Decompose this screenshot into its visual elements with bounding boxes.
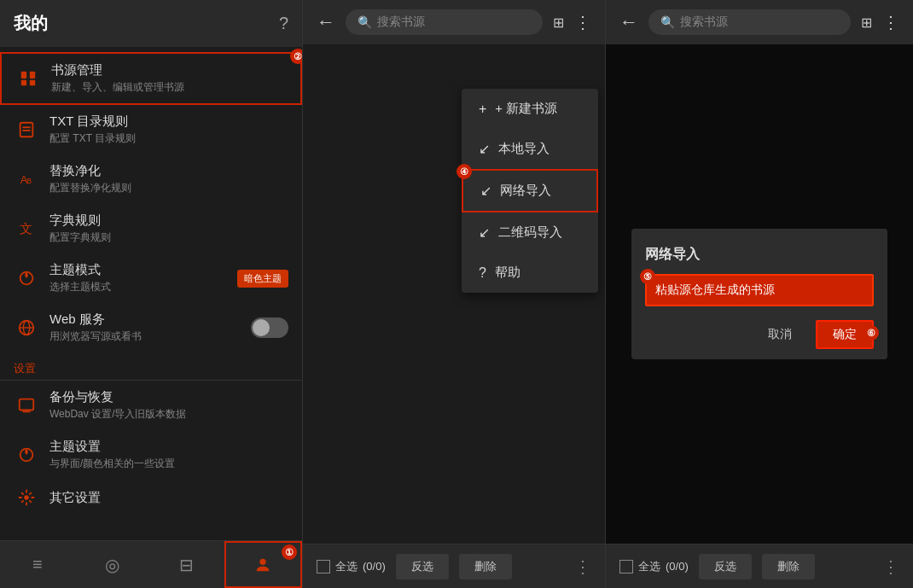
nav-bookmarks[interactable]: ⊟: [149, 541, 224, 588]
menu-item-other[interactable]: 其它设置: [0, 480, 302, 515]
menu-text-other: 其它设置: [49, 490, 288, 506]
badge-5: ⑤: [640, 269, 655, 284]
dropdown-qr-label: 二维码导入: [498, 224, 562, 241]
dropdown-new-source[interactable]: + + 新建书源: [462, 89, 598, 129]
dropdown-network-label: 网络导入: [500, 183, 551, 199]
panel2-content: + + 新建书源 ↙ 本地导入 ↙ 网络导入 ④ ↙ 二维码导入 ? 帮助: [303, 44, 605, 544]
menu-subtitle-backup: WebDav 设置/导入旧版本数据: [49, 407, 288, 422]
search-bar-3[interactable]: 🔍 搜索书源: [648, 9, 851, 35]
badge-6: ⑥: [864, 325, 879, 341]
web-toggle[interactable]: [251, 317, 288, 338]
menu-text-backup: 备份与恢复 WebDav 设置/导入旧版本数据: [49, 389, 288, 422]
dialog-actions: 取消 确定 ⑥: [645, 320, 874, 349]
dropdown-new-label: + 新建书源: [495, 101, 557, 117]
search-placeholder-3: 搜索书源: [680, 15, 728, 30]
web-icon: [14, 318, 39, 337]
panel3-content: 网络导入 粘贴源仓库生成的书源 ⑤ 取消 确定 ⑥: [606, 44, 913, 544]
menu-title-theme-settings: 主题设置: [49, 439, 288, 455]
select-count-3: (0/0): [666, 560, 689, 573]
svg-point-17: [260, 558, 266, 564]
search-icon-3: 🔍: [660, 15, 675, 29]
panel3-header: ← 🔍 搜索书源 ⊞ ⋮: [606, 0, 913, 44]
menu-title-backup: 备份与恢复: [49, 389, 288, 405]
dialog-input[interactable]: 粘贴源仓库生成的书源 ⑤: [645, 274, 874, 306]
menu-text-txt: TXT 目录规则 配置 TXT 目录规则: [49, 114, 288, 146]
more-bottom-2[interactable]: ⋮: [574, 556, 591, 577]
panel2-header: ← 🔍 搜索书源 ⊞ ⋮: [303, 0, 605, 44]
nav-explore[interactable]: ◎: [75, 541, 150, 588]
reverse-button-2[interactable]: 反选: [396, 554, 449, 579]
more-icon-3[interactable]: ⋮: [879, 9, 903, 36]
sort-icon-3[interactable]: ⊞: [858, 11, 875, 34]
menu-item-backup[interactable]: 备份与恢复 WebDav 设置/导入旧版本数据: [0, 381, 302, 430]
back-button-3[interactable]: ←: [616, 9, 642, 35]
select-all-text-2: 全选: [335, 559, 358, 574]
select-all-label-2[interactable]: 全选 (0/0): [317, 559, 386, 574]
menu-item-dict[interactable]: 文 字典规则 配置字典规则: [0, 204, 302, 253]
book-icon: [15, 69, 41, 88]
panel-mine: 我的 ? 书源管理 新建、导入、编辑或管理书源 ② TXT 目录规则 配置 TX…: [0, 0, 303, 588]
svg-text:文: 文: [20, 222, 32, 236]
menu-title-other: 其它设置: [49, 490, 288, 506]
menu-subtitle-replace: 配置替换净化规则: [49, 181, 288, 195]
panel-book-source: ← 🔍 搜索书源 ⊞ ⋮ + + 新建书源 ↙ 本地导入 ↙ 网络导入 ④: [303, 0, 606, 588]
nav-shelf[interactable]: ≡: [0, 541, 75, 588]
menu-subtitle-book-source: 新建、导入、编辑或管理书源: [51, 80, 287, 95]
select-all-checkbox-3[interactable]: [619, 560, 633, 573]
plus-icon: +: [479, 102, 486, 117]
svg-rect-0: [21, 72, 26, 79]
back-button-2[interactable]: ←: [313, 9, 339, 35]
dialog-cancel-button[interactable]: 取消: [758, 322, 802, 347]
badge-4: ④: [456, 164, 472, 179]
select-all-label-3[interactable]: 全选 (0/0): [619, 559, 689, 574]
menu-title-web: Web 服务: [49, 311, 251, 328]
search-bar-2[interactable]: 🔍 搜索书源: [346, 9, 543, 35]
svg-rect-2: [21, 80, 26, 85]
replace-icon: AB: [14, 170, 39, 189]
network-import-icon: ↙: [480, 183, 491, 199]
dropdown-help[interactable]: ? 帮助: [462, 253, 598, 293]
menu-text-replace: 替换净化 配置替换净化规则: [49, 163, 288, 195]
theme-badge: 暗色主题: [237, 270, 288, 288]
bookmarks-icon: ⊟: [179, 555, 194, 575]
menu-title-replace: 替换净化: [49, 163, 288, 179]
dropdown-qr-import[interactable]: ↙ 二维码导入: [462, 212, 598, 253]
dropdown-menu: + + 新建书源 ↙ 本地导入 ↙ 网络导入 ④ ↙ 二维码导入 ? 帮助: [462, 89, 598, 293]
sort-icon[interactable]: ⊞: [550, 11, 567, 34]
help-icon[interactable]: ?: [279, 14, 288, 33]
dropdown-network-import[interactable]: ↙ 网络导入 ④: [462, 169, 598, 212]
panel3-bottom-bar: 全选 (0/0) 反选 删除 ⋮: [606, 544, 913, 588]
delete-button-2[interactable]: 删除: [459, 554, 512, 579]
dialog-confirm-button[interactable]: 确定 ⑥: [816, 320, 874, 349]
more-icon-2[interactable]: ⋮: [571, 9, 595, 36]
menu-item-theme-settings[interactable]: 主题设置 与界面/颜色相关的一些设置: [0, 430, 302, 480]
dialog-overlay: 网络导入 粘贴源仓库生成的书源 ⑤ 取消 确定 ⑥: [606, 44, 913, 544]
svg-text:B: B: [26, 177, 32, 185]
header-icons-2: ⊞ ⋮: [550, 9, 595, 36]
menu-item-txt[interactable]: TXT 目录规则 配置 TXT 目录规则: [0, 105, 302, 154]
badge-2: ②: [290, 49, 302, 64]
more-bottom-3[interactable]: ⋮: [882, 556, 899, 577]
dict-icon: 文: [14, 219, 39, 238]
dropdown-local-import[interactable]: ↙ 本地导入: [462, 129, 598, 169]
delete-button-3[interactable]: 删除: [762, 554, 815, 579]
select-all-checkbox-2[interactable]: [317, 560, 330, 573]
nav-mine[interactable]: ①: [224, 541, 303, 588]
menu-item-theme[interactable]: 主题模式 选择主题模式 暗色主题: [0, 253, 302, 303]
panel1-title: 我的: [14, 12, 48, 35]
menu-text-theme-settings: 主题设置 与界面/颜色相关的一些设置: [49, 439, 288, 471]
menu-item-web[interactable]: Web 服务 用浏览器写源或看书: [0, 303, 302, 352]
menu-subtitle-web: 用浏览器写源或看书: [49, 329, 251, 344]
panel1-header: 我的 ?: [0, 0, 302, 47]
menu-text-web: Web 服务 用浏览器写源或看书: [49, 311, 251, 344]
menu-item-book-source[interactable]: 书源管理 新建、导入、编辑或管理书源 ②: [0, 52, 302, 105]
select-count-2: (0/0): [363, 560, 386, 573]
svg-rect-14: [20, 399, 34, 410]
bottom-nav: ≡ ◎ ⊟ ①: [0, 540, 302, 588]
menu-item-replace[interactable]: AB 替换净化 配置替换净化规则: [0, 154, 302, 204]
txt-icon: [14, 120, 39, 139]
reverse-button-3[interactable]: 反选: [699, 554, 752, 579]
menu-title-theme: 主题模式: [49, 262, 237, 278]
dropdown-help-label: 帮助: [495, 265, 520, 281]
dialog-box: 网络导入 粘贴源仓库生成的书源 ⑤ 取消 确定 ⑥: [631, 229, 887, 359]
